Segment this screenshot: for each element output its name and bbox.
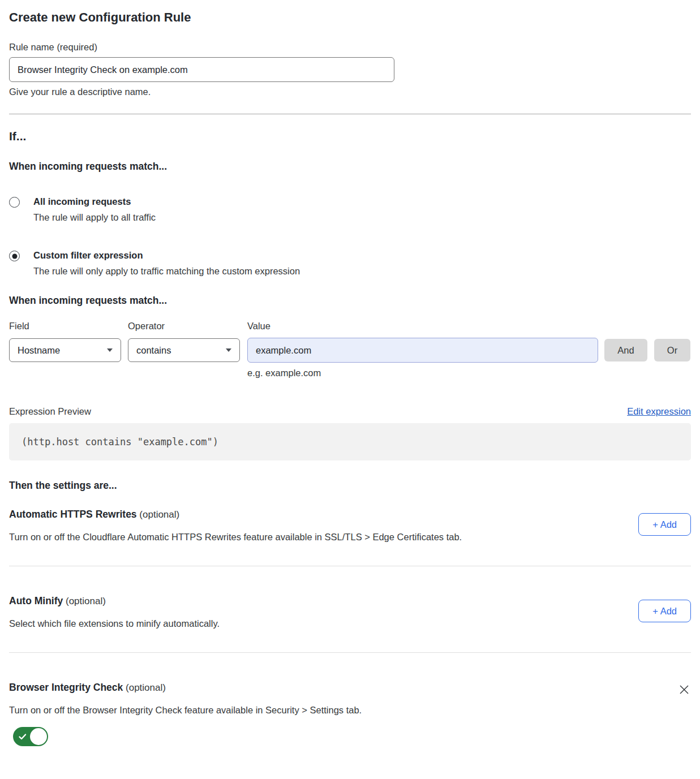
rule-name-help: Give your rule a descriptive name. <box>9 87 691 97</box>
field-column-label: Field <box>9 321 121 332</box>
radio-button-checked[interactable] <box>9 251 20 261</box>
expression-preview-code: (http.host contains "example.com") <box>9 423 691 460</box>
close-icon <box>678 684 690 695</box>
operator-select[interactable]: contains <box>128 338 240 362</box>
add-automatic-https-rewrites-button[interactable]: + Add <box>638 513 691 536</box>
radio-button-unchecked[interactable] <box>9 197 20 208</box>
edit-expression-link[interactable]: Edit expression <box>627 406 691 417</box>
add-auto-minify-button[interactable]: + Add <box>638 600 691 622</box>
setting-description: Select which file extensions to minify a… <box>9 617 220 630</box>
if-heading: If... <box>9 130 691 143</box>
value-help-text: e.g. example.com <box>247 368 691 378</box>
page-title: Create new Configuration Rule <box>9 10 691 25</box>
remove-setting-button[interactable] <box>677 683 691 696</box>
setting-optional-label: (optional) <box>123 682 166 693</box>
then-settings-heading: Then the settings are... <box>9 480 691 492</box>
expression-builder-heading: When incoming requests match... <box>9 295 691 307</box>
radio-label: Custom filter expression <box>33 249 300 261</box>
setting-description: Turn on or off the Cloudflare Automatic … <box>9 531 462 543</box>
field-select[interactable]: Hostname <box>9 338 121 362</box>
operator-select-value: contains <box>136 345 171 356</box>
and-button[interactable]: And <box>604 339 647 361</box>
check-icon <box>18 732 27 741</box>
value-input[interactable] <box>247 338 598 363</box>
or-button[interactable]: Or <box>654 339 690 361</box>
radio-description: The rule will apply to all traffic <box>33 212 156 223</box>
radio-description: The rule will only apply to traffic matc… <box>33 265 300 277</box>
value-column-label: Value <box>247 321 598 332</box>
radio-label: All incoming requests <box>33 196 156 208</box>
divider <box>9 566 691 566</box>
browser-integrity-check-toggle[interactable] <box>13 727 48 746</box>
expression-preview-label: Expression Preview <box>9 406 91 417</box>
setting-auto-minify: Auto Minify (optional) Select which file… <box>9 595 691 630</box>
chevron-down-icon <box>226 348 231 352</box>
setting-browser-integrity-check: Browser Integrity Check (optional) Turn … <box>9 682 691 746</box>
setting-title: Automatic HTTPS Rewrites (optional) <box>9 509 462 520</box>
setting-automatic-https-rewrites: Automatic HTTPS Rewrites (optional) Turn… <box>9 509 691 543</box>
setting-optional-label: (optional) <box>137 509 180 520</box>
rule-name-input[interactable] <box>9 57 394 82</box>
field-select-value: Hostname <box>18 345 60 356</box>
rule-name-label: Rule name (required) <box>9 42 691 53</box>
setting-title: Auto Minify (optional) <box>9 595 220 607</box>
operator-column-label: Operator <box>128 321 240 332</box>
radio-option-custom-filter-expression[interactable]: Custom filter expression The rule will o… <box>9 249 691 277</box>
setting-description: Turn on or off the Browser Integrity Che… <box>9 704 362 716</box>
match-heading: When incoming requests match... <box>9 161 691 173</box>
setting-title: Browser Integrity Check (optional) <box>9 682 362 694</box>
divider <box>9 114 691 114</box>
radio-option-all-incoming-requests[interactable]: All incoming requests The rule will appl… <box>9 196 691 223</box>
divider <box>9 652 691 653</box>
toggle-knob[interactable] <box>30 728 47 745</box>
create-configuration-rule-form: Create new Configuration Rule Rule name … <box>0 10 700 779</box>
setting-optional-label: (optional) <box>63 596 106 606</box>
chevron-down-icon <box>107 348 113 352</box>
